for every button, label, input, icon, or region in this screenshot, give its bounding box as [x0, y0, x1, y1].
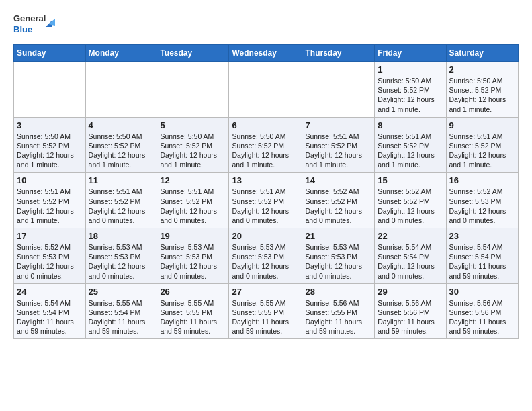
cell-day-info: Sunrise: 5:56 AMSunset: 5:56 PMDaylight:…: [378, 298, 443, 336]
cell-day-number: 30: [449, 287, 515, 297]
logo: General Blue: [13, 11, 60, 39]
cell-day-number: 24: [17, 287, 83, 297]
cell-day-info: Sunrise: 5:54 AMSunset: 5:54 PMDaylight:…: [378, 242, 443, 281]
calendar-cell: 5Sunrise: 5:50 AMSunset: 5:52 PMDaylight…: [157, 117, 229, 173]
page: General Blue SundayMondayTuesdayWednesda…: [0, 0, 532, 350]
cell-day-number: 11: [89, 175, 154, 185]
cell-day-number: 14: [305, 175, 371, 185]
cell-day-info: Sunrise: 5:54 AMSunset: 5:54 PMDaylight:…: [17, 298, 83, 336]
calendar-cell: 26Sunrise: 5:55 AMSunset: 5:55 PMDayligh…: [157, 283, 229, 339]
cell-day-number: 4: [89, 120, 154, 130]
calendar-cell: 12Sunrise: 5:51 AMSunset: 5:52 PMDayligh…: [157, 173, 229, 228]
cell-day-info: Sunrise: 5:51 AMSunset: 5:52 PMDaylight:…: [305, 132, 371, 170]
calendar-cell: 7Sunrise: 5:51 AMSunset: 5:52 PMDaylight…: [302, 117, 375, 173]
cell-day-number: 10: [17, 175, 83, 185]
cell-day-number: 9: [449, 120, 515, 130]
svg-text:General: General: [13, 13, 46, 24]
calendar-cell: 6Sunrise: 5:50 AMSunset: 5:52 PMDaylight…: [229, 117, 302, 173]
calendar-cell: 21Sunrise: 5:53 AMSunset: 5:53 PMDayligh…: [302, 228, 375, 284]
cell-day-info: Sunrise: 5:50 AMSunset: 5:52 PMDaylight:…: [89, 132, 154, 170]
cell-day-info: Sunrise: 5:52 AMSunset: 5:52 PMDaylight:…: [378, 187, 443, 225]
cell-day-number: 17: [17, 231, 83, 241]
cell-day-number: 19: [160, 231, 226, 241]
cell-day-number: 3: [17, 120, 83, 130]
calendar-cell: 25Sunrise: 5:55 AMSunset: 5:54 PMDayligh…: [85, 283, 157, 339]
calendar-cell: 15Sunrise: 5:52 AMSunset: 5:52 PMDayligh…: [375, 173, 446, 228]
cell-day-info: Sunrise: 5:52 AMSunset: 5:52 PMDaylight:…: [305, 187, 371, 225]
calendar-cell: 27Sunrise: 5:55 AMSunset: 5:55 PMDayligh…: [229, 283, 302, 339]
cell-day-number: 23: [449, 231, 515, 241]
day-of-week-header: Saturday: [446, 45, 518, 62]
cell-day-number: 6: [232, 120, 299, 130]
cell-day-info: Sunrise: 5:51 AMSunset: 5:52 PMDaylight:…: [232, 187, 299, 225]
cell-day-number: 7: [305, 120, 371, 130]
calendar-cell: 10Sunrise: 5:51 AMSunset: 5:52 PMDayligh…: [14, 173, 86, 228]
calendar-week-row: 3Sunrise: 5:50 AMSunset: 5:52 PMDaylight…: [14, 117, 519, 173]
cell-day-info: Sunrise: 5:51 AMSunset: 5:52 PMDaylight:…: [378, 132, 443, 170]
calendar-cell: [302, 62, 375, 118]
calendar-cell: 17Sunrise: 5:52 AMSunset: 5:53 PMDayligh…: [14, 228, 86, 284]
calendar-table: SundayMondayTuesdayWednesdayThursdayFrid…: [13, 44, 519, 339]
calendar-cell: 13Sunrise: 5:51 AMSunset: 5:52 PMDayligh…: [229, 173, 302, 228]
cell-day-info: Sunrise: 5:53 AMSunset: 5:53 PMDaylight:…: [232, 242, 299, 281]
cell-day-info: Sunrise: 5:51 AMSunset: 5:52 PMDaylight:…: [160, 187, 226, 225]
cell-day-info: Sunrise: 5:54 AMSunset: 5:54 PMDaylight:…: [449, 242, 515, 281]
logo-area: General Blue: [13, 11, 60, 39]
calendar-cell: 16Sunrise: 5:52 AMSunset: 5:53 PMDayligh…: [446, 173, 518, 228]
calendar-cell: 9Sunrise: 5:51 AMSunset: 5:52 PMDaylight…: [446, 117, 518, 173]
calendar-cell: 29Sunrise: 5:56 AMSunset: 5:56 PMDayligh…: [375, 283, 446, 339]
cell-day-info: Sunrise: 5:56 AMSunset: 5:55 PMDaylight:…: [305, 298, 371, 336]
calendar-cell: 3Sunrise: 5:50 AMSunset: 5:52 PMDaylight…: [14, 117, 86, 173]
calendar-cell: [229, 62, 302, 118]
calendar-cell: [85, 62, 157, 118]
cell-day-info: Sunrise: 5:55 AMSunset: 5:54 PMDaylight:…: [89, 298, 154, 336]
cell-day-number: 26: [160, 287, 226, 297]
cell-day-info: Sunrise: 5:52 AMSunset: 5:53 PMDaylight:…: [17, 242, 83, 281]
calendar-cell: [157, 62, 229, 118]
calendar-header: SundayMondayTuesdayWednesdayThursdayFrid…: [14, 45, 519, 62]
cell-day-number: 25: [89, 287, 154, 297]
cell-day-info: Sunrise: 5:51 AMSunset: 5:52 PMDaylight:…: [17, 187, 83, 225]
day-of-week-header: Tuesday: [157, 45, 229, 62]
header-row: SundayMondayTuesdayWednesdayThursdayFrid…: [14, 45, 519, 62]
calendar-cell: 14Sunrise: 5:52 AMSunset: 5:52 PMDayligh…: [302, 173, 375, 228]
cell-day-info: Sunrise: 5:50 AMSunset: 5:52 PMDaylight:…: [232, 132, 299, 170]
cell-day-info: Sunrise: 5:55 AMSunset: 5:55 PMDaylight:…: [160, 298, 226, 336]
calendar-cell: 8Sunrise: 5:51 AMSunset: 5:52 PMDaylight…: [375, 117, 446, 173]
calendar-cell: 2Sunrise: 5:50 AMSunset: 5:52 PMDaylight…: [446, 62, 518, 118]
cell-day-number: 16: [449, 175, 515, 185]
calendar-cell: 24Sunrise: 5:54 AMSunset: 5:54 PMDayligh…: [14, 283, 86, 339]
cell-day-info: Sunrise: 5:53 AMSunset: 5:53 PMDaylight:…: [160, 242, 226, 281]
cell-day-number: 1: [378, 64, 443, 75]
cell-day-number: 5: [160, 120, 226, 130]
calendar-cell: 4Sunrise: 5:50 AMSunset: 5:52 PMDaylight…: [85, 117, 157, 173]
cell-day-number: 18: [89, 231, 154, 241]
calendar-body: 1Sunrise: 5:50 AMSunset: 5:52 PMDaylight…: [14, 62, 519, 339]
day-of-week-header: Thursday: [302, 45, 375, 62]
cell-day-number: 29: [378, 287, 443, 297]
calendar-cell: 28Sunrise: 5:56 AMSunset: 5:55 PMDayligh…: [302, 283, 375, 339]
calendar-cell: [14, 62, 86, 118]
calendar-cell: 30Sunrise: 5:56 AMSunset: 5:56 PMDayligh…: [446, 283, 518, 339]
cell-day-number: 2: [449, 64, 515, 75]
logo-icon: General Blue: [13, 11, 60, 36]
cell-day-number: 20: [232, 231, 299, 241]
cell-day-info: Sunrise: 5:51 AMSunset: 5:52 PMDaylight:…: [449, 132, 515, 170]
header: General Blue: [13, 11, 519, 39]
cell-day-info: Sunrise: 5:50 AMSunset: 5:52 PMDaylight:…: [378, 76, 443, 114]
cell-day-info: Sunrise: 5:52 AMSunset: 5:53 PMDaylight:…: [449, 187, 515, 225]
cell-day-number: 13: [232, 175, 299, 185]
calendar-week-row: 17Sunrise: 5:52 AMSunset: 5:53 PMDayligh…: [14, 228, 519, 284]
cell-day-number: 8: [378, 120, 443, 130]
cell-day-info: Sunrise: 5:50 AMSunset: 5:52 PMDaylight:…: [449, 76, 515, 114]
cell-day-info: Sunrise: 5:53 AMSunset: 5:53 PMDaylight:…: [305, 242, 371, 281]
calendar-cell: 1Sunrise: 5:50 AMSunset: 5:52 PMDaylight…: [375, 62, 446, 118]
cell-day-number: 22: [378, 231, 443, 241]
calendar-week-row: 24Sunrise: 5:54 AMSunset: 5:54 PMDayligh…: [14, 283, 519, 339]
cell-day-info: Sunrise: 5:55 AMSunset: 5:55 PMDaylight:…: [232, 298, 299, 336]
calendar-cell: 20Sunrise: 5:53 AMSunset: 5:53 PMDayligh…: [229, 228, 302, 284]
calendar-cell: 18Sunrise: 5:53 AMSunset: 5:53 PMDayligh…: [85, 228, 157, 284]
svg-text:Blue: Blue: [13, 24, 32, 34]
cell-day-info: Sunrise: 5:53 AMSunset: 5:53 PMDaylight:…: [89, 242, 154, 281]
calendar-week-row: 10Sunrise: 5:51 AMSunset: 5:52 PMDayligh…: [14, 173, 519, 228]
